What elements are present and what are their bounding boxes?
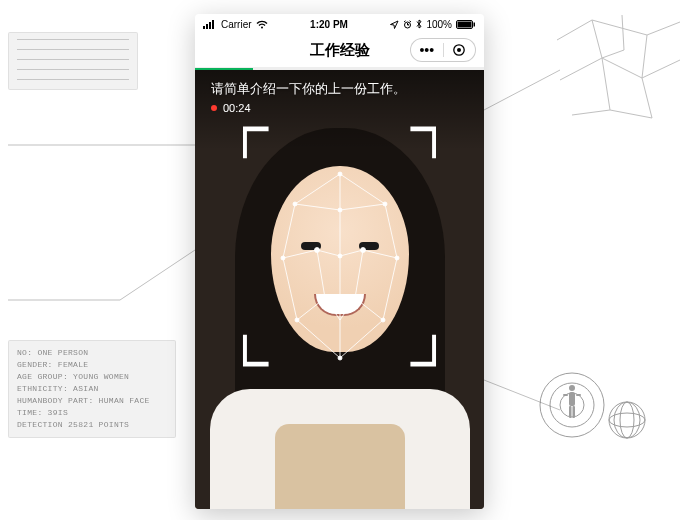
svg-point-29 [338,208,342,212]
svg-rect-8 [573,406,576,418]
svg-point-36 [338,356,342,360]
svg-point-27 [338,254,342,258]
record-icon [211,105,217,111]
capsule-menu-button[interactable]: ••• [411,42,443,58]
svg-point-28 [338,296,342,300]
more-icon: ••• [419,42,434,58]
page-title: 工作经验 [310,41,370,60]
battery-icon [456,20,476,29]
capsule-close-button[interactable] [444,43,476,57]
face-mesh-overlay [265,170,415,370]
svg-point-23 [457,48,461,52]
battery-label: 100% [426,19,452,30]
svg-rect-4 [569,392,575,406]
nav-bar: 工作经验 ••• [195,34,484,68]
target-icon [452,43,466,57]
signal-icon [203,20,217,29]
svg-rect-21 [474,22,476,26]
svg-rect-20 [458,21,472,27]
svg-point-31 [383,202,387,206]
alarm-icon [403,20,412,29]
svg-rect-5 [563,394,568,396]
recording-timer: 00:24 [223,102,251,114]
svg-point-32 [281,256,285,260]
location-icon [390,20,399,29]
svg-point-35 [381,318,385,322]
clock-label: 1:20 PM [310,19,348,30]
svg-point-33 [395,256,399,260]
interview-prompt: 请简单介绍一下你的上一份工作。 [211,80,406,98]
svg-rect-16 [212,20,214,29]
miniprogram-capsule: ••• [410,38,476,62]
svg-point-12 [614,402,640,438]
svg-rect-14 [206,24,208,29]
svg-rect-7 [569,406,572,418]
radar-decoration [532,350,662,460]
svg-point-3 [569,385,575,391]
phone-frame: Carrier 1:20 PM 100% 工作经验 ••• [195,14,484,509]
svg-point-26 [360,248,365,253]
camera-view: 请简单介绍一下你的上一份工作。 00:24 [195,70,484,509]
svg-rect-13 [203,26,205,29]
svg-point-11 [620,402,634,438]
svg-point-17 [261,26,263,28]
recording-indicator: 00:24 [211,102,251,114]
svg-point-25 [314,248,319,253]
svg-point-37 [338,172,342,176]
wifi-icon [256,20,268,29]
svg-rect-15 [209,22,211,29]
svg-point-30 [293,202,297,206]
svg-point-34 [295,318,299,322]
status-bar: Carrier 1:20 PM 100% [195,14,484,34]
carrier-label: Carrier [221,19,252,30]
svg-rect-6 [576,394,581,396]
bluetooth-icon [416,19,422,29]
